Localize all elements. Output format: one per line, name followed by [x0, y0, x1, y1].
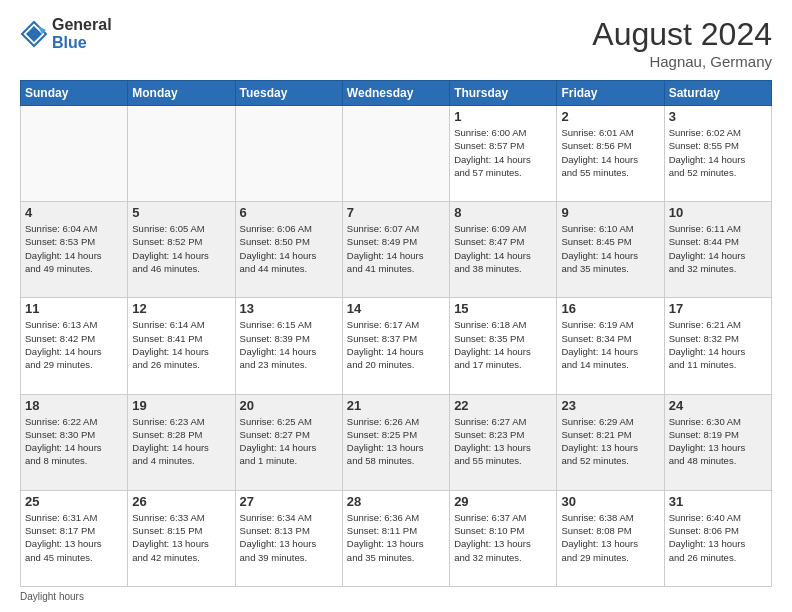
day-info: Sunrise: 6:07 AM Sunset: 8:49 PM Dayligh… [347, 222, 445, 275]
calendar-week-row: 11Sunrise: 6:13 AM Sunset: 8:42 PM Dayli… [21, 298, 772, 394]
day-info: Sunrise: 6:05 AM Sunset: 8:52 PM Dayligh… [132, 222, 230, 275]
logo-text: General Blue [52, 16, 112, 51]
day-info: Sunrise: 6:30 AM Sunset: 8:19 PM Dayligh… [669, 415, 767, 468]
calendar-day-cell: 2Sunrise: 6:01 AM Sunset: 8:56 PM Daylig… [557, 106, 664, 202]
calendar-day-cell: 10Sunrise: 6:11 AM Sunset: 8:44 PM Dayli… [664, 202, 771, 298]
calendar-day-cell: 4Sunrise: 6:04 AM Sunset: 8:53 PM Daylig… [21, 202, 128, 298]
calendar-day-cell: 11Sunrise: 6:13 AM Sunset: 8:42 PM Dayli… [21, 298, 128, 394]
calendar-day-cell: 19Sunrise: 6:23 AM Sunset: 8:28 PM Dayli… [128, 394, 235, 490]
calendar-day-cell: 5Sunrise: 6:05 AM Sunset: 8:52 PM Daylig… [128, 202, 235, 298]
title-block: August 2024 Hagnau, Germany [592, 16, 772, 70]
day-info: Sunrise: 6:13 AM Sunset: 8:42 PM Dayligh… [25, 318, 123, 371]
day-number: 12 [132, 301, 230, 316]
calendar-day-cell: 7Sunrise: 6:07 AM Sunset: 8:49 PM Daylig… [342, 202, 449, 298]
calendar-day-cell: 3Sunrise: 6:02 AM Sunset: 8:55 PM Daylig… [664, 106, 771, 202]
day-info: Sunrise: 6:36 AM Sunset: 8:11 PM Dayligh… [347, 511, 445, 564]
day-number: 19 [132, 398, 230, 413]
day-info: Sunrise: 6:26 AM Sunset: 8:25 PM Dayligh… [347, 415, 445, 468]
calendar-week-row: 1Sunrise: 6:00 AM Sunset: 8:57 PM Daylig… [21, 106, 772, 202]
calendar-day-header: Saturday [664, 81, 771, 106]
day-number: 20 [240, 398, 338, 413]
day-number: 22 [454, 398, 552, 413]
day-info: Sunrise: 6:09 AM Sunset: 8:47 PM Dayligh… [454, 222, 552, 275]
day-info: Sunrise: 6:19 AM Sunset: 8:34 PM Dayligh… [561, 318, 659, 371]
day-info: Sunrise: 6:22 AM Sunset: 8:30 PM Dayligh… [25, 415, 123, 468]
calendar-day-cell: 13Sunrise: 6:15 AM Sunset: 8:39 PM Dayli… [235, 298, 342, 394]
day-number: 13 [240, 301, 338, 316]
day-info: Sunrise: 6:06 AM Sunset: 8:50 PM Dayligh… [240, 222, 338, 275]
day-number: 31 [669, 494, 767, 509]
day-number: 14 [347, 301, 445, 316]
logo-blue: Blue [52, 34, 112, 52]
calendar-day-cell: 25Sunrise: 6:31 AM Sunset: 8:17 PM Dayli… [21, 490, 128, 586]
header: General Blue August 2024 Hagnau, Germany [20, 16, 772, 70]
calendar-day-cell: 21Sunrise: 6:26 AM Sunset: 8:25 PM Dayli… [342, 394, 449, 490]
calendar-day-cell: 9Sunrise: 6:10 AM Sunset: 8:45 PM Daylig… [557, 202, 664, 298]
day-number: 7 [347, 205, 445, 220]
day-info: Sunrise: 6:01 AM Sunset: 8:56 PM Dayligh… [561, 126, 659, 179]
calendar-day-cell: 15Sunrise: 6:18 AM Sunset: 8:35 PM Dayli… [450, 298, 557, 394]
day-number: 8 [454, 205, 552, 220]
day-info: Sunrise: 6:40 AM Sunset: 8:06 PM Dayligh… [669, 511, 767, 564]
calendar-week-row: 18Sunrise: 6:22 AM Sunset: 8:30 PM Dayli… [21, 394, 772, 490]
day-number: 16 [561, 301, 659, 316]
day-info: Sunrise: 6:02 AM Sunset: 8:55 PM Dayligh… [669, 126, 767, 179]
calendar-day-cell: 28Sunrise: 6:36 AM Sunset: 8:11 PM Dayli… [342, 490, 449, 586]
logo-icon [20, 20, 48, 48]
calendar-day-cell [342, 106, 449, 202]
day-number: 6 [240, 205, 338, 220]
month-title: August 2024 [592, 16, 772, 53]
calendar-day-cell [235, 106, 342, 202]
day-info: Sunrise: 6:11 AM Sunset: 8:44 PM Dayligh… [669, 222, 767, 275]
calendar-day-cell: 22Sunrise: 6:27 AM Sunset: 8:23 PM Dayli… [450, 394, 557, 490]
calendar-day-cell: 20Sunrise: 6:25 AM Sunset: 8:27 PM Dayli… [235, 394, 342, 490]
day-info: Sunrise: 6:23 AM Sunset: 8:28 PM Dayligh… [132, 415, 230, 468]
calendar-day-header: Thursday [450, 81, 557, 106]
calendar-day-cell: 18Sunrise: 6:22 AM Sunset: 8:30 PM Dayli… [21, 394, 128, 490]
day-number: 27 [240, 494, 338, 509]
calendar-day-header: Tuesday [235, 81, 342, 106]
day-number: 18 [25, 398, 123, 413]
day-info: Sunrise: 6:00 AM Sunset: 8:57 PM Dayligh… [454, 126, 552, 179]
day-info: Sunrise: 6:29 AM Sunset: 8:21 PM Dayligh… [561, 415, 659, 468]
day-number: 10 [669, 205, 767, 220]
calendar-week-row: 25Sunrise: 6:31 AM Sunset: 8:17 PM Dayli… [21, 490, 772, 586]
day-number: 15 [454, 301, 552, 316]
day-number: 29 [454, 494, 552, 509]
day-number: 11 [25, 301, 123, 316]
day-number: 21 [347, 398, 445, 413]
calendar-day-cell: 23Sunrise: 6:29 AM Sunset: 8:21 PM Dayli… [557, 394, 664, 490]
calendar-day-cell: 17Sunrise: 6:21 AM Sunset: 8:32 PM Dayli… [664, 298, 771, 394]
day-number: 17 [669, 301, 767, 316]
calendar-day-cell: 12Sunrise: 6:14 AM Sunset: 8:41 PM Dayli… [128, 298, 235, 394]
day-number: 9 [561, 205, 659, 220]
day-info: Sunrise: 6:10 AM Sunset: 8:45 PM Dayligh… [561, 222, 659, 275]
logo-general: General [52, 16, 112, 34]
day-number: 3 [669, 109, 767, 124]
day-info: Sunrise: 6:18 AM Sunset: 8:35 PM Dayligh… [454, 318, 552, 371]
calendar-day-header: Monday [128, 81, 235, 106]
day-info: Sunrise: 6:25 AM Sunset: 8:27 PM Dayligh… [240, 415, 338, 468]
calendar-day-cell: 27Sunrise: 6:34 AM Sunset: 8:13 PM Dayli… [235, 490, 342, 586]
day-info: Sunrise: 6:37 AM Sunset: 8:10 PM Dayligh… [454, 511, 552, 564]
calendar-day-cell: 8Sunrise: 6:09 AM Sunset: 8:47 PM Daylig… [450, 202, 557, 298]
day-number: 25 [25, 494, 123, 509]
calendar: SundayMondayTuesdayWednesdayThursdayFrid… [20, 80, 772, 587]
calendar-day-cell [21, 106, 128, 202]
calendar-day-cell: 14Sunrise: 6:17 AM Sunset: 8:37 PM Dayli… [342, 298, 449, 394]
calendar-day-cell: 6Sunrise: 6:06 AM Sunset: 8:50 PM Daylig… [235, 202, 342, 298]
day-number: 30 [561, 494, 659, 509]
day-info: Sunrise: 6:34 AM Sunset: 8:13 PM Dayligh… [240, 511, 338, 564]
day-number: 4 [25, 205, 123, 220]
calendar-day-header: Friday [557, 81, 664, 106]
calendar-day-cell: 1Sunrise: 6:00 AM Sunset: 8:57 PM Daylig… [450, 106, 557, 202]
calendar-day-cell: 29Sunrise: 6:37 AM Sunset: 8:10 PM Dayli… [450, 490, 557, 586]
day-info: Sunrise: 6:04 AM Sunset: 8:53 PM Dayligh… [25, 222, 123, 275]
calendar-week-row: 4Sunrise: 6:04 AM Sunset: 8:53 PM Daylig… [21, 202, 772, 298]
logo: General Blue [20, 16, 112, 51]
calendar-day-cell: 24Sunrise: 6:30 AM Sunset: 8:19 PM Dayli… [664, 394, 771, 490]
day-info: Sunrise: 6:27 AM Sunset: 8:23 PM Dayligh… [454, 415, 552, 468]
day-info: Sunrise: 6:31 AM Sunset: 8:17 PM Dayligh… [25, 511, 123, 564]
day-number: 5 [132, 205, 230, 220]
calendar-day-header: Sunday [21, 81, 128, 106]
